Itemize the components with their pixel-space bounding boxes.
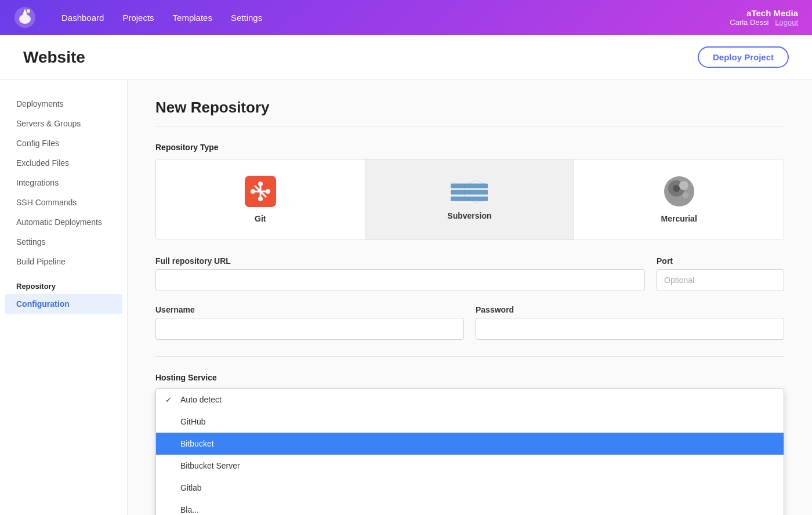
sidebar-item-settings[interactable]: Settings (0, 232, 127, 252)
sidebar-item-configuration[interactable]: Configuration (5, 294, 122, 314)
dropdown-option-bitbucket-server[interactable]: Bitbucket Server (156, 455, 784, 477)
username-label: Username (155, 305, 464, 314)
sidebar-item-automatic-deployments[interactable]: Automatic Deployments (0, 212, 127, 232)
hosting-label: Hosting Service (155, 373, 784, 382)
password-input[interactable] (476, 318, 784, 340)
main-content: New Repository Repository Type (128, 80, 812, 515)
page-title: Website (23, 48, 85, 67)
dropdown-option-bitbucket[interactable]: Bitbucket (156, 433, 784, 455)
mercurial-label: Mercurial (661, 214, 697, 223)
nav-templates[interactable]: Templates (166, 9, 219, 26)
password-label: Password (476, 305, 784, 314)
subversion-label: Subversion (447, 211, 491, 220)
repo-type-grid: Git Subversion (155, 159, 784, 240)
username: Carla Dessi (730, 18, 768, 27)
sidebar-item-config-files[interactable]: Config Files (0, 133, 127, 153)
svg-point-20 (683, 193, 688, 198)
repo-type-subversion[interactable]: Subversion (365, 159, 575, 240)
repo-type-group: Repository Type (155, 143, 784, 240)
sidebar-item-servers-groups[interactable]: Servers & Groups (0, 114, 127, 133)
svg-point-5 (258, 182, 263, 186)
navbar: Dashboard Projects Templates Settings aT… (0, 0, 812, 35)
page-header: Website Deploy Project (0, 35, 812, 80)
svg-point-8 (266, 189, 270, 194)
mercurial-icon (664, 176, 695, 207)
svg-point-6 (258, 197, 263, 201)
nav-links: Dashboard Projects Templates Settings (55, 9, 730, 26)
port-field-group: Port (657, 256, 784, 291)
nav-settings[interactable]: Settings (224, 9, 269, 26)
port-input[interactable] (657, 269, 784, 291)
form-section-title: New Repository (155, 99, 784, 117)
logout-link[interactable]: Logout (775, 18, 798, 27)
svg-rect-14 (451, 197, 488, 201)
sidebar-item-excluded-files[interactable]: Excluded Files (0, 153, 127, 173)
sidebar-item-integrations[interactable]: Integrations (0, 173, 127, 193)
port-label: Port (657, 256, 784, 266)
svg-point-3 (27, 9, 30, 13)
git-icon (245, 176, 276, 207)
layout: Deployments Servers & Groups Config File… (0, 80, 812, 515)
url-field-group: Full repository URL (155, 256, 645, 291)
git-label: Git (255, 214, 266, 223)
sidebar-item-build-pipeline[interactable]: Build Pipeline (0, 252, 127, 271)
nav-projects[interactable]: Projects (115, 9, 161, 26)
repository-section-label: Repository (0, 271, 127, 294)
deploy-project-button[interactable]: Deploy Project (698, 46, 789, 68)
url-label: Full repository URL (155, 256, 645, 266)
section-divider (155, 126, 784, 126)
url-input[interactable] (155, 269, 645, 291)
repo-type-label: Repository Type (155, 143, 784, 152)
user-info: aTech Media Carla Dessi Logout (730, 8, 798, 27)
company-name: aTech Media (730, 8, 798, 18)
dropdown-option-github[interactable]: GitHub (156, 411, 784, 433)
hosting-dropdown[interactable]: ✓ Auto detect GitHub Bitbucket Bitbucket… (155, 388, 784, 515)
svg-point-1 (19, 14, 31, 24)
svg-point-18 (679, 181, 688, 190)
logo (14, 6, 36, 28)
repo-type-mercurial[interactable]: Mercurial (574, 159, 784, 240)
url-port-row: Full repository URL Port (155, 256, 784, 291)
svg-point-19 (673, 185, 680, 192)
subversion-icon (451, 179, 488, 204)
dropdown-option-bla[interactable]: Bla... (156, 499, 784, 515)
dropdown-option-auto-detect[interactable]: ✓ Auto detect (156, 389, 784, 411)
svg-rect-13 (451, 190, 488, 195)
nav-dashboard[interactable]: Dashboard (55, 9, 111, 26)
sidebar-item-ssh-commands[interactable]: SSH Commands (0, 193, 127, 212)
user-pass-row: Username Password (155, 305, 784, 340)
svg-point-7 (251, 189, 255, 194)
username-input[interactable] (155, 318, 464, 340)
username-group: Username (155, 305, 464, 340)
hosting-divider (155, 356, 784, 357)
sidebar: Deployments Servers & Groups Config File… (0, 80, 128, 515)
password-group: Password (476, 305, 784, 340)
check-icon: ✓ (165, 396, 175, 404)
svg-rect-12 (451, 183, 488, 188)
sidebar-item-deployments[interactable]: Deployments (0, 94, 127, 114)
hosting-service-group: Hosting Service ✓ Auto detect GitHub Bit… (155, 373, 784, 515)
dropdown-option-gitlab[interactable]: Gitlab (156, 477, 784, 499)
repo-type-git[interactable]: Git (156, 159, 365, 240)
